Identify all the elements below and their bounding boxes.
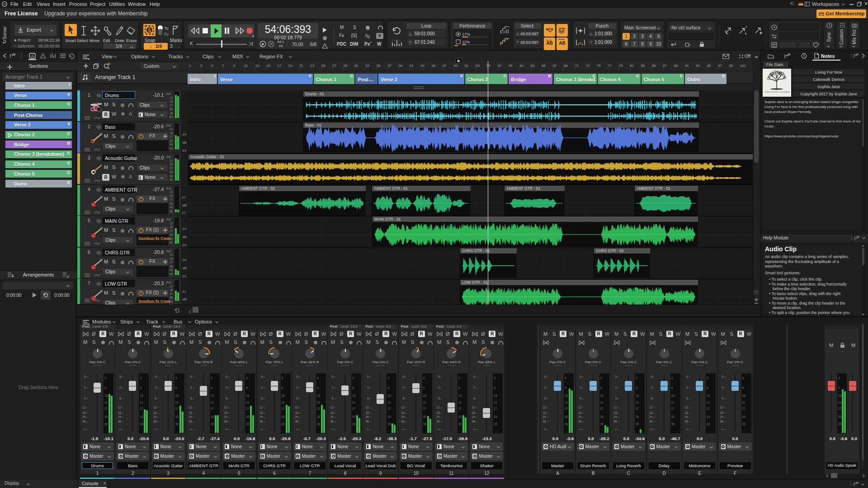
svg-text:!: ! — [42, 55, 43, 58]
svg-text:A: A — [31, 54, 33, 58]
svg-text:S: S — [148, 28, 151, 33]
